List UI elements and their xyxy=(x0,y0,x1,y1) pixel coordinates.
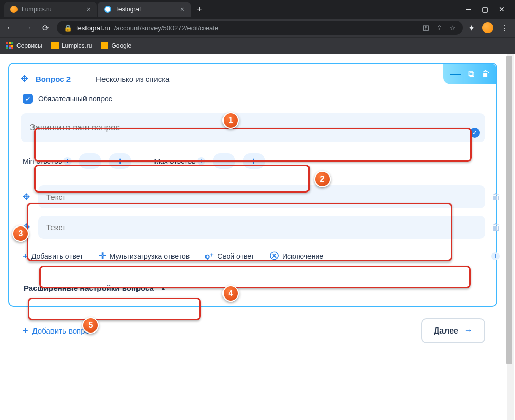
profile-avatar[interactable] xyxy=(482,22,493,33)
folder-icon xyxy=(52,42,59,49)
bulk-upload-label: Мультизагрузка ответов xyxy=(110,252,190,260)
bookmark-apps[interactable]: Сервисы xyxy=(6,42,42,49)
bookmark-bar: Сервисы Lumpics.ru Google xyxy=(0,37,515,54)
bookmark-lumpics[interactable]: Lumpics.ru xyxy=(52,42,92,49)
drag-icon[interactable]: ✥ xyxy=(21,222,32,233)
min-increase-button[interactable]: + xyxy=(109,153,131,169)
min-max-row: Min ответовi − + Max ответовi − + xyxy=(21,149,485,173)
minimize-question-icon[interactable]: — xyxy=(450,67,461,81)
back-icon[interactable]: ← xyxy=(4,23,16,32)
browser-chrome: Lumpics.ru × Testograf × + ─ ▢ ✕ ← → ⟳ 🔒… xyxy=(0,0,515,54)
page-content: ✥ Вопрос 2 Несколько из списка — ⧉ 🗑 ✓ О… xyxy=(0,54,515,420)
apps-icon xyxy=(6,42,13,49)
exclusion-button[interactable]: ⓧ Исключение xyxy=(270,250,323,262)
next-button[interactable]: Далее → xyxy=(421,318,485,343)
add-question-label: Добавить вопрос xyxy=(32,326,94,335)
plus-icon: + xyxy=(23,251,28,261)
share-icon[interactable]: ⇪ xyxy=(437,24,442,32)
favicon-icon xyxy=(10,6,18,13)
maximize-icon[interactable]: ▢ xyxy=(482,5,488,13)
sparkle-plus-icon: ✛ xyxy=(99,251,106,261)
chevron-up-icon: ▲ xyxy=(160,285,166,292)
answer-actions-row: + Добавить ответ ✛ Мультизагрузка ответо… xyxy=(21,246,485,266)
tab-title: Lumpics.ru xyxy=(22,6,52,13)
tab-title: Testograf xyxy=(115,6,141,13)
question-number: Вопрос 2 xyxy=(36,75,71,83)
question-actions: — ⧉ 🗑 xyxy=(443,64,496,84)
own-answer-icon: ǫ⁺ xyxy=(205,252,214,261)
folder-icon xyxy=(101,42,108,49)
move-icon[interactable]: ✥ xyxy=(21,73,28,84)
advanced-label: Расширенные настройки вопроса xyxy=(24,284,154,292)
add-answer-button[interactable]: + Добавить ответ xyxy=(23,251,83,261)
question-header: ✥ Вопрос 2 Несколько из списка — ⧉ 🗑 xyxy=(21,73,485,84)
arrow-right-icon: → xyxy=(464,325,473,336)
star-icon[interactable]: ☆ xyxy=(450,24,456,32)
answer-row: ✥ 🗑 xyxy=(21,216,485,239)
forward-icon[interactable]: → xyxy=(22,23,34,32)
key-icon[interactable]: ⚿ xyxy=(423,24,430,32)
question-text-input[interactable] xyxy=(21,113,485,142)
tab-lumpics[interactable]: Lumpics.ru × xyxy=(4,2,97,17)
close-icon[interactable]: × xyxy=(180,5,184,13)
answer-input[interactable] xyxy=(38,216,485,239)
info-icon[interactable]: i xyxy=(63,157,72,165)
answers-block: ✥ 🗑 ✥ 🗑 + Добавить ответ ✛ Мультизагрузк… xyxy=(21,185,485,266)
question-card: ✥ Вопрос 2 Несколько из списка — ⧉ 🗑 ✓ О… xyxy=(8,63,497,307)
checkbox-checked-icon[interactable]: ✓ xyxy=(23,94,33,104)
bookmark-google[interactable]: Google xyxy=(101,42,131,49)
delete-answer-icon[interactable]: 🗑 xyxy=(492,222,501,233)
next-label: Далее xyxy=(434,326,458,336)
min-label: Min ответовi xyxy=(23,157,72,165)
plus-icon: + xyxy=(23,325,28,336)
divider xyxy=(83,73,83,84)
copy-icon[interactable]: ⧉ xyxy=(468,69,474,79)
required-checkbox-row: ✓ Обязательный вопрос xyxy=(21,94,485,104)
own-answer-label: Свой ответ xyxy=(217,252,254,260)
max-increase-button[interactable]: + xyxy=(243,153,265,169)
bookmark-label: Сервисы xyxy=(16,42,42,49)
bulk-upload-button[interactable]: ✛ Мультизагрузка ответов xyxy=(99,251,190,261)
confirm-icon[interactable]: ✓ xyxy=(470,128,480,138)
scrollbar-thumb[interactable] xyxy=(506,56,512,364)
question-type: Несколько из списка xyxy=(96,75,169,83)
info-icon[interactable]: i xyxy=(197,157,205,165)
new-tab-button[interactable]: + xyxy=(192,4,208,15)
answer-row: ✥ 🗑 xyxy=(21,185,485,208)
reload-icon[interactable]: ⟳ xyxy=(39,23,52,33)
url-domain: testograf.ru xyxy=(76,24,110,32)
close-icon[interactable]: × xyxy=(87,5,91,13)
own-answer-button[interactable]: ǫ⁺ Свой ответ xyxy=(205,252,254,261)
url-path: /account/survey/500272/edit/create xyxy=(114,24,218,32)
tab-strip: Lumpics.ru × Testograf × + ─ ▢ ✕ xyxy=(0,0,515,19)
add-answer-label: Добавить ответ xyxy=(31,252,83,260)
address-bar: ← → ⟳ 🔒 testograf.ru/account/survey/5002… xyxy=(0,19,515,37)
drag-icon[interactable]: ✥ xyxy=(21,191,32,202)
add-question-button[interactable]: + Добавить вопрос xyxy=(23,325,93,336)
minimize-icon[interactable]: ─ xyxy=(466,5,471,13)
max-decrease-button[interactable]: − xyxy=(213,153,235,169)
favicon-icon xyxy=(104,6,111,13)
bookmark-label: Lumpics.ru xyxy=(62,42,92,49)
lock-icon: 🔒 xyxy=(64,24,72,32)
url-field[interactable]: 🔒 testograf.ru/account/survey/500272/edi… xyxy=(57,21,463,35)
close-window-icon[interactable]: ✕ xyxy=(499,5,505,13)
scrollbar-track[interactable] xyxy=(507,54,514,420)
answer-input[interactable] xyxy=(38,185,485,208)
max-label: Max ответовi xyxy=(154,157,205,165)
required-label: Обязательный вопрос xyxy=(38,95,112,103)
delete-answer-icon[interactable]: 🗑 xyxy=(492,192,501,202)
footer-row: + Добавить вопрос Далее → xyxy=(8,307,497,347)
delete-icon[interactable]: 🗑 xyxy=(482,69,490,79)
exclusion-label: Исключение xyxy=(282,252,323,260)
question-input-wrap: ✓ xyxy=(21,113,485,142)
tab-testograf[interactable]: Testograf × xyxy=(98,2,191,17)
window-controls: ─ ▢ ✕ xyxy=(466,5,511,13)
advanced-settings-toggle[interactable]: Расширенные настройки вопроса ▲ xyxy=(21,276,485,294)
min-decrease-button[interactable]: − xyxy=(79,153,101,169)
info-icon[interactable]: i xyxy=(491,252,500,260)
bookmark-label: Google xyxy=(111,42,131,49)
exclusion-icon: ⓧ xyxy=(270,250,279,262)
menu-icon[interactable]: ⋮ xyxy=(501,23,509,33)
extensions-icon[interactable]: ✦ xyxy=(468,23,475,33)
